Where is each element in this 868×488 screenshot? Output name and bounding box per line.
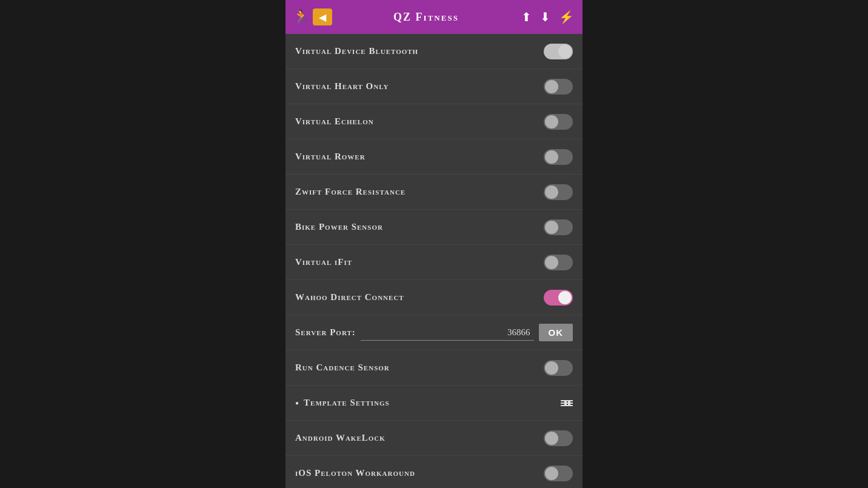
app-container: 🏃 ◀ QZ Fitness ⬆ ⬇ ⚡ Virtual Device Blue… (285, 0, 583, 488)
setting-row-virtual-echelon: Virtual Echelon (285, 104, 583, 139)
setting-row-virtual-device-bluetooth: Virtual Device Bluetooth (285, 34, 583, 69)
setting-row-virtual-rower: Virtual Rower (285, 139, 583, 175)
setting-row-bike-power-sensor: Bike Power Sensor (285, 210, 583, 245)
download-button[interactable]: ⬇ (539, 8, 552, 25)
header-left: 🏃 ◀ (293, 8, 332, 25)
run-cadence-sensor-label: Run Cadence Sensor (295, 363, 544, 373)
run-icon: 🏃 (293, 9, 309, 25)
virtual-rower-toggle[interactable] (544, 149, 573, 165)
ios-peloton-workaround-label: iOS Peloton Workaround (295, 468, 544, 478)
zwift-force-resistance-toggle[interactable] (544, 184, 573, 200)
bike-power-sensor-label: Bike Power Sensor (295, 222, 544, 232)
template-settings-row: ● Template Settings (285, 386, 583, 421)
wahoo-direct-connect-label: Wahoo Direct Connect (295, 292, 544, 302)
template-settings-label: Template Settings (304, 398, 561, 408)
setting-row-zwift-force-resistance: Zwift Force Resistance (285, 175, 583, 210)
server-port-row: Server Port: OK (285, 315, 583, 350)
run-cadence-sensor-toggle[interactable] (544, 360, 573, 376)
virtual-device-bluetooth-toggle[interactable] (544, 44, 573, 59)
virtual-heart-only-label: Virtual Heart Only (295, 81, 544, 92)
setting-row-virtual-ifit: Virtual iFit (285, 245, 583, 280)
setting-row-run-cadence-sensor: Run Cadence Sensor (285, 350, 583, 386)
zwift-force-resistance-label: Zwift Force Resistance (295, 187, 544, 197)
back-button[interactable]: ◀ (313, 8, 332, 25)
template-settings-icon[interactable] (561, 400, 573, 406)
settings-scroll-area[interactable]: Virtual Device Bluetooth Virtual Heart O… (285, 34, 583, 488)
header-actions: ⬆ ⬇ ⚡ (520, 8, 575, 25)
virtual-ifit-label: Virtual iFit (295, 257, 544, 267)
virtual-echelon-label: Virtual Echelon (295, 116, 544, 127)
virtual-heart-only-toggle[interactable] (544, 79, 573, 95)
virtual-rower-label: Virtual Rower (295, 152, 544, 162)
setting-row-ios-peloton-workaround: iOS Peloton Workaround (285, 456, 583, 488)
android-wakelock-toggle[interactable] (544, 430, 573, 446)
upload-button[interactable]: ⬆ (520, 8, 533, 25)
setting-row-android-wakelock: Android WakeLock (285, 421, 583, 456)
virtual-device-bluetooth-label: Virtual Device Bluetooth (295, 46, 544, 56)
android-wakelock-label: Android WakeLock (295, 433, 544, 443)
ios-peloton-workaround-toggle[interactable] (544, 466, 573, 481)
server-port-input[interactable] (361, 325, 534, 341)
server-port-ok-button[interactable]: OK (539, 324, 573, 341)
server-port-label: Server Port: (295, 327, 356, 338)
wahoo-direct-connect-toggle[interactable] (544, 290, 573, 306)
virtual-echelon-toggle[interactable] (544, 114, 573, 130)
logo-button[interactable]: ⚡ (558, 8, 575, 25)
bike-power-sensor-toggle[interactable] (544, 219, 573, 235)
setting-row-virtual-heart-only: Virtual Heart Only (285, 69, 583, 104)
header: 🏃 ◀ QZ Fitness ⬆ ⬇ ⚡ (285, 0, 583, 34)
template-settings-bullet: ● (295, 399, 299, 406)
setting-row-wahoo-direct-connect: Wahoo Direct Connect (285, 280, 583, 315)
virtual-ifit-toggle[interactable] (544, 255, 573, 270)
app-title: QZ Fitness (332, 11, 520, 24)
